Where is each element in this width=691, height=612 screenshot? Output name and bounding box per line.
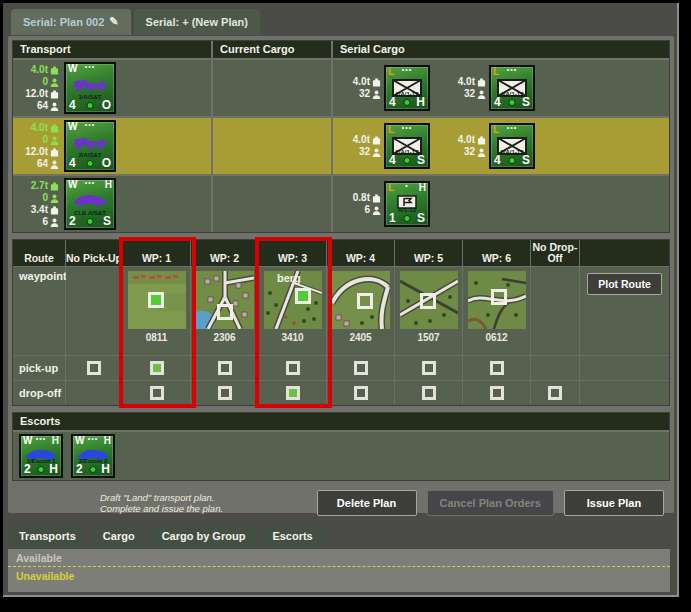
unit-state-letter: S	[417, 154, 425, 167]
weight-icon	[50, 148, 59, 157]
unit-corner-tl: W	[68, 64, 77, 74]
cargo-unit-counter[interactable]: L ••• 4/A/1-12 4 S	[489, 65, 535, 111]
unit-size-dots: •••	[85, 120, 95, 129]
unit-size-dots: •••	[402, 65, 412, 74]
waypoint-cell-4[interactable]: 2405	[327, 267, 394, 355]
waypoint-cell-1[interactable]: 0811	[123, 267, 190, 355]
cargo-unit-counter[interactable]: L ••• 2/A/1-12 4 S	[384, 123, 430, 169]
waypoint-marker	[217, 304, 233, 320]
waypoint-map-2[interactable]	[196, 271, 254, 329]
cargo-weight: 4.0t	[458, 76, 475, 88]
dropoff-wp2-checkbox[interactable]	[218, 386, 232, 400]
passengers-icon	[50, 136, 59, 145]
cancel-plan-orders-button[interactable]: Cancel Plan Orders	[427, 490, 555, 516]
dropoff-wp1-checkbox[interactable]	[150, 386, 164, 400]
waypoint-map-4[interactable]	[332, 271, 390, 329]
cargo-unit-counter[interactable]: L ••• 1/A/1-12 4 H	[384, 65, 430, 111]
dropoff-actions-cell	[580, 381, 669, 405]
escorts-header: Escorts	[13, 413, 669, 430]
no-dropoff-checkbox-cell	[531, 381, 579, 405]
dropoff-wp3-checkbox[interactable]	[286, 386, 300, 400]
tab-cargo-by-group[interactable]: Cargo by Group	[151, 525, 257, 548]
pickup-wp6-checkbox[interactable]	[490, 361, 504, 375]
wp3-col-header: WP: 3	[259, 240, 326, 266]
escort-unit-counter[interactable]: W ••• H 1/Escort 1 2 H	[19, 434, 63, 478]
transport-unit-counter[interactable]: W ••• 1/A/S&T 4 O	[64, 62, 116, 114]
dropoff-wp2-cell	[191, 381, 258, 405]
weight-icon	[50, 182, 59, 191]
issue-plan-button[interactable]: Issue Plan	[564, 490, 664, 516]
tab-transports[interactable]: Transports	[8, 525, 87, 548]
waypoint-map-5[interactable]	[400, 271, 458, 329]
no-dropoff-checkbox[interactable]	[548, 386, 562, 400]
pickup-wp2-checkbox[interactable]	[218, 361, 232, 375]
cargo-unit-counter[interactable]: L • H A/1-12 1 S	[384, 181, 430, 227]
waypoint-grid-ref: 2405	[349, 332, 371, 343]
dropoff-wp6-checkbox[interactable]	[490, 386, 504, 400]
serial-cargo-item[interactable]: 4.0t 32 L ••• 3/A/1-12 4 S	[444, 123, 535, 169]
unit-status-dot	[404, 99, 411, 106]
unit-corner-tr: H	[419, 183, 426, 193]
plot-route-button[interactable]: Plot Route	[587, 273, 662, 295]
unit-status-dot	[404, 215, 411, 222]
unit-corner-tl: L	[388, 183, 394, 193]
unit-status-dot	[90, 466, 97, 473]
waypoint-map-1[interactable]	[128, 271, 186, 329]
waypoint-marker	[148, 292, 164, 308]
waypoint-row-label: waypoint	[13, 267, 65, 355]
dropoff-wp4-checkbox[interactable]	[354, 386, 368, 400]
cargo-unit-counter[interactable]: L ••• 3/A/1-12 4 S	[489, 123, 535, 169]
waypoint-cell-5[interactable]: 1507	[395, 267, 462, 355]
dropoff-wp4-cell	[327, 381, 394, 405]
waypoint-cell-6[interactable]: 0612	[463, 267, 530, 355]
dropoff-wp5-checkbox[interactable]	[422, 386, 436, 400]
status-line-2: Complete and issue the plan.	[100, 503, 223, 514]
pickup-wp6-cell	[463, 356, 530, 380]
delete-plan-button[interactable]: Delete Plan	[317, 490, 417, 516]
pickup-wp5-checkbox[interactable]	[422, 361, 436, 375]
escort-unit-counter[interactable]: W ••• H 2/Escort 2 2 H	[71, 434, 115, 478]
unit-size-dots: •••	[85, 178, 95, 187]
tab-escorts[interactable]: Escorts	[261, 525, 323, 548]
unit-state-letter: H	[49, 463, 58, 476]
serial-cargo-item[interactable]: 4.0t 32 L ••• 4/A/1-12 4 S	[444, 65, 535, 111]
transport-cell: 4.0t 0 12.0t 64 W ••• 2/A/S&T 4 O	[13, 118, 211, 174]
serial-cargo-item[interactable]: 0.8t 6 L • H A/1-12 1 S	[339, 181, 430, 227]
pickup-wp3-checkbox[interactable]	[286, 361, 300, 375]
weight-icon	[50, 124, 59, 133]
no-pickup-checkbox[interactable]	[87, 361, 101, 375]
tab-cargo[interactable]: Cargo	[92, 525, 146, 548]
unit-state-letter: S	[522, 96, 530, 109]
waypoint-cell-3[interactable]: berg 3410	[259, 267, 326, 355]
transport-row[interactable]: 4.0t 0 12.0t 64 W ••• 1/A/S&T 4 O	[13, 60, 669, 116]
serial-cargo-item[interactable]: 4.0t 32 L ••• 1/A/1-12 4 H	[339, 65, 430, 111]
escorts-panel: Escorts W ••• H 1/Escort 1 2 H W ••• H	[12, 412, 670, 481]
tab-serial-new-plan[interactable]: Serial: + (New Plan)	[134, 9, 260, 35]
unit-state-letter: S	[522, 154, 530, 167]
pickup-wp4-checkbox[interactable]	[354, 361, 368, 375]
edit-pencil-icon[interactable]: ✎	[109, 15, 118, 28]
waypoint-grid-ref: 3410	[281, 332, 303, 343]
waypoint-no-dropoff-cell	[531, 267, 579, 355]
unit-status-dot	[404, 157, 411, 164]
free-weight: 4.0t	[31, 64, 48, 76]
wp4-col-header: WP: 4	[327, 240, 394, 266]
max-weight: 12.0t	[25, 146, 48, 158]
transport-unit-counter[interactable]: W ••• 2/A/S&T 4 O	[64, 120, 116, 172]
pickup-wp1-checkbox[interactable]	[150, 361, 164, 375]
unit-state-letter: H	[101, 463, 110, 476]
plan-tab-bar: Serial: Plan 002 ✎ Serial: + (New Plan)	[11, 9, 260, 35]
waypoint-cell-2[interactable]: 2306	[191, 267, 258, 355]
transport-unit-counter[interactable]: W ••• H CLB A/S&T 2 S	[64, 178, 116, 230]
transport-row[interactable]: 2.7t 0 3.4t 6 W ••• H CLB A/S&T 2 S	[13, 176, 669, 232]
transport-row[interactable]: 4.0t 0 12.0t 64 W ••• 2/A/S&T 4 O	[13, 118, 669, 174]
tab-serial-plan-002[interactable]: Serial: Plan 002 ✎	[11, 9, 131, 35]
max-pax: 64	[37, 100, 48, 112]
transport-stats: 2.7t 0 3.4t 6	[13, 180, 59, 228]
waypoint-map-3[interactable]: berg	[264, 271, 322, 329]
unavailable-group-label: Unavailable	[8, 567, 670, 585]
bottom-tab-bar: Transports Cargo Cargo by Group Escorts	[8, 525, 324, 548]
serial-cargo-item[interactable]: 4.0t 32 L ••• 2/A/1-12 4 S	[339, 123, 430, 169]
unit-corner-tl: L	[493, 67, 499, 77]
waypoint-map-6[interactable]	[468, 271, 526, 329]
